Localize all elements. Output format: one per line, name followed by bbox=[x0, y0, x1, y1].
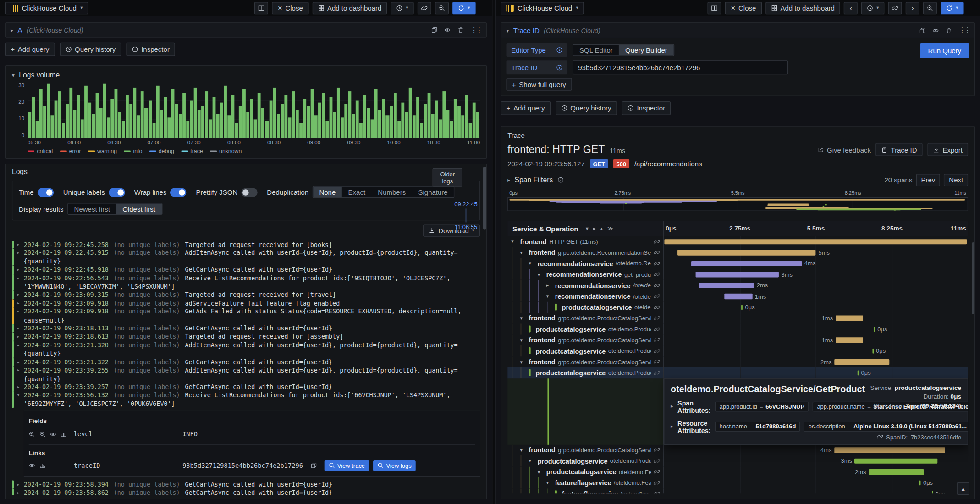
link-icon[interactable] bbox=[654, 348, 660, 354]
resource-attributes-label[interactable]: Resource Attributes: bbox=[677, 419, 710, 434]
link-icon[interactable] bbox=[654, 304, 660, 311]
log-row[interactable]: ▸2024-02-19 09:22:45.258(no unique label… bbox=[12, 241, 480, 249]
link-icon[interactable] bbox=[654, 458, 660, 464]
query-row-header[interactable]: ▾ Trace ID (ClickHouse Cloud) ⋮⋮ bbox=[501, 23, 974, 38]
copy-icon[interactable] bbox=[310, 463, 317, 469]
view-logs-button[interactable]: View logs bbox=[373, 460, 416, 471]
chevron-right-icon[interactable]: ▸ bbox=[671, 404, 673, 409]
zoom-out-button[interactable] bbox=[435, 2, 449, 14]
chevron-down-icon[interactable]: ▾ bbox=[520, 315, 526, 321]
link-icon[interactable] bbox=[654, 293, 660, 300]
link-icon[interactable] bbox=[654, 469, 660, 475]
expand-all-icon[interactable]: ≫ bbox=[607, 225, 613, 232]
span-bar[interactable] bbox=[665, 239, 967, 245]
chevron-right-icon[interactable]: ▸ bbox=[17, 333, 24, 341]
chevron-right-icon[interactable]: ▸ bbox=[17, 249, 24, 266]
log-row[interactable]: ▸2024-02-19 09:23:18.113(no unique label… bbox=[12, 324, 480, 333]
link-icon[interactable] bbox=[654, 447, 660, 453]
legend-item[interactable]: unknown bbox=[210, 148, 242, 154]
chevron-down-icon[interactable]: ▾ bbox=[546, 294, 553, 299]
zoom-out-button[interactable] bbox=[923, 2, 937, 14]
export-button[interactable]: Export bbox=[928, 143, 968, 156]
span-bar[interactable] bbox=[677, 250, 816, 255]
eye-icon[interactable] bbox=[29, 463, 35, 469]
chevron-down-icon[interactable]: ▾ bbox=[529, 458, 535, 464]
add-to-dashboard-button[interactable]: Add to dashboard bbox=[312, 2, 387, 14]
logs-volume-header[interactable]: ▾ Logs volume bbox=[12, 68, 480, 82]
chevron-down-icon[interactable]: ▾ bbox=[520, 337, 526, 343]
chevron-right-icon[interactable]: ▸ bbox=[17, 299, 24, 307]
back-button[interactable]: ‹ bbox=[844, 2, 858, 14]
info-icon[interactable] bbox=[556, 47, 563, 53]
filter-out-value-icon[interactable] bbox=[39, 431, 46, 438]
query-history-button[interactable]: Query history bbox=[556, 101, 617, 115]
attribute-chip[interactable]: app.product.id=66VCHSJNUP bbox=[715, 401, 809, 411]
chevron-right-icon[interactable]: ▸ bbox=[17, 480, 24, 488]
chevron-right-icon[interactable]: ▸ bbox=[17, 274, 24, 291]
span-row[interactable]: ▾frontendgrpc.oteldemo.ProductCatalogSer… bbox=[507, 334, 968, 345]
chevron-right-icon[interactable]: ▸ bbox=[17, 358, 24, 366]
link-icon[interactable] bbox=[654, 260, 660, 267]
legend-item[interactable]: warning bbox=[88, 148, 117, 154]
chevron-right-icon[interactable]: ▸ bbox=[17, 241, 24, 249]
stats-icon[interactable] bbox=[39, 463, 46, 469]
editor-mode-sql-editor[interactable]: SQL Editor bbox=[573, 44, 619, 55]
chevron-down-icon[interactable]: ▾ bbox=[506, 27, 509, 33]
span-bar[interactable] bbox=[696, 272, 779, 277]
span-row[interactable]: ▾frontendHTTP GET (11ms) bbox=[507, 236, 968, 247]
next-span-button[interactable]: Next bbox=[944, 174, 968, 186]
drag-handle-icon[interactable]: ⋮⋮ bbox=[959, 26, 969, 34]
eye-icon[interactable] bbox=[932, 27, 939, 33]
copy-link-button[interactable] bbox=[418, 2, 431, 14]
chevron-right-icon[interactable]: ▸ bbox=[17, 366, 24, 383]
link-icon[interactable] bbox=[654, 282, 660, 289]
chevron-right-icon[interactable]: ▸ bbox=[546, 283, 553, 288]
time-toggle[interactable] bbox=[38, 188, 54, 197]
link-icon[interactable] bbox=[654, 480, 660, 486]
chevron-right-icon[interactable]: ▸ bbox=[17, 307, 24, 324]
collapse-one-icon[interactable]: ▾ bbox=[586, 225, 589, 232]
log-row[interactable]: ▸2024-02-19 09:23:39.257(no unique label… bbox=[12, 383, 480, 391]
stats-icon[interactable] bbox=[61, 431, 67, 438]
link-icon[interactable] bbox=[654, 337, 660, 343]
info-icon[interactable] bbox=[557, 177, 564, 183]
dedup-option-signature[interactable]: Signature bbox=[412, 187, 454, 197]
span-row[interactable]: ▾recommendationserviceget_produc3ms bbox=[507, 269, 968, 280]
chevron-right-icon[interactable]: ▸ bbox=[11, 27, 13, 33]
span-row[interactable]: productcatalogserviceoteldemo.Produc0μs bbox=[507, 323, 968, 334]
span-row[interactable]: featureflagservicefeatureflag0μs bbox=[507, 488, 968, 494]
eye-icon[interactable] bbox=[444, 27, 451, 33]
filter-for-value-icon[interactable] bbox=[29, 431, 35, 438]
link-icon[interactable] bbox=[654, 370, 660, 376]
trace-minimap[interactable]: 0μs2.75ms5.5ms8.25ms11ms bbox=[507, 191, 968, 211]
link-icon[interactable] bbox=[654, 315, 660, 322]
attribute-chip[interactable]: host.name=51d7989a616d bbox=[715, 422, 800, 432]
span-row[interactable]: ▾frontendgrpc.oteldemo.ProductCatalogSer… bbox=[507, 356, 968, 367]
log-row[interactable]: ▸2024-02-19 09:22:45.918(no unique label… bbox=[12, 266, 480, 274]
span-bar[interactable] bbox=[725, 294, 752, 299]
info-icon[interactable] bbox=[556, 64, 563, 71]
collapse-all-icon[interactable]: ▴ bbox=[600, 225, 603, 232]
span-bar[interactable] bbox=[834, 359, 890, 365]
chevron-down-icon[interactable]: ▾ bbox=[17, 391, 24, 408]
trace-id-button[interactable]: Trace ID bbox=[876, 143, 923, 156]
view-trace-button[interactable]: View trace bbox=[324, 460, 369, 471]
log-row[interactable]: ▸2024-02-19 09:22:56.543(no unique label… bbox=[12, 274, 480, 291]
chevron-down-icon[interactable]: ▾ bbox=[520, 447, 526, 453]
span-attributes-label[interactable]: Span Attributes: bbox=[677, 399, 710, 414]
dedup-option-numbers[interactable]: Numbers bbox=[372, 187, 412, 197]
inspector-button[interactable]: Inspector bbox=[622, 101, 671, 115]
span-row[interactable]: productcatalogserviceoteldemo.Produc0μs bbox=[507, 367, 968, 378]
query-row-header[interactable]: ▸ A (ClickHouse Cloud) ⋮⋮ bbox=[5, 22, 487, 38]
legend-item[interactable]: debug bbox=[149, 148, 174, 154]
dedup-option-none[interactable]: None bbox=[313, 187, 342, 197]
show-full-query-button[interactable]: +Show full query bbox=[506, 78, 572, 90]
chevron-down-icon[interactable]: ▾ bbox=[511, 239, 518, 244]
datasource-picker[interactable]: ClickHouse Cloud ▾ bbox=[501, 2, 584, 14]
unique-labels-toggle[interactable] bbox=[109, 188, 125, 197]
log-row[interactable]: ▸2024-02-19 09:23:09.918(no unique label… bbox=[12, 307, 480, 324]
link-icon[interactable] bbox=[654, 239, 660, 245]
split-pane-button[interactable] bbox=[255, 2, 269, 14]
trash-icon[interactable] bbox=[457, 27, 464, 33]
log-row[interactable]: ▸2024-02-19 09:23:09.918(no unique label… bbox=[12, 299, 480, 307]
